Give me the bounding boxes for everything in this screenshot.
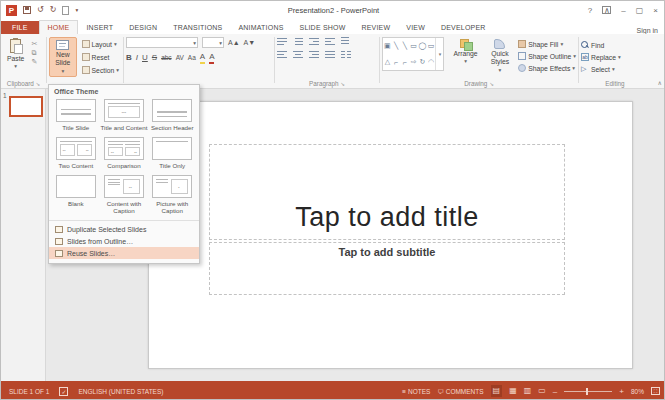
slide-canvas[interactable]: Tap to add title Tap to add subtitle xyxy=(148,101,633,369)
highlight-color-button[interactable]: A xyxy=(200,52,205,64)
shape-arc-icon[interactable]: ◠ xyxy=(428,58,434,66)
drawing-dialog-launcher[interactable]: ↘ xyxy=(489,81,494,87)
tab-transitions[interactable]: TRANSITIONS xyxy=(165,21,230,34)
new-document-icon[interactable] xyxy=(62,6,69,15)
cut-icon[interactable]: ✂ xyxy=(31,40,37,47)
paragraph-dialog-launcher[interactable]: ↘ xyxy=(340,81,345,87)
slide-thumbnail[interactable] xyxy=(9,96,43,117)
bold-button[interactable]: B xyxy=(126,53,132,63)
reading-view-icon[interactable]: ▥ xyxy=(524,386,532,396)
zoom-out-icon[interactable]: – xyxy=(553,387,557,396)
layout-button[interactable]: Layout▾ xyxy=(80,39,121,49)
shape-curve-icon[interactable]: ⌐ xyxy=(403,59,407,66)
tab-design[interactable]: DESIGN xyxy=(121,21,165,34)
shape-arrow-icon[interactable]: ╲ xyxy=(403,42,407,50)
tab-insert[interactable]: INSERT xyxy=(78,21,121,34)
slide-show-icon[interactable]: ▭ xyxy=(538,386,546,396)
layout-title-and-content[interactable]: ▪▪▪ Title and Content xyxy=(100,97,149,135)
layout-content-with-caption[interactable]: ▪▪ Content with Caption xyxy=(100,173,149,219)
normal-view-icon[interactable]: ▤ xyxy=(491,385,503,397)
shape-gallery[interactable]: ▣ ╲ ╲ ▭ ◯ ▭ △ ⌐ ⌐ ⇨ ↻ ◠ ▾ xyxy=(382,37,444,71)
shape-textbox-icon[interactable]: ▣ xyxy=(384,42,391,50)
tab-home[interactable]: HOME xyxy=(39,20,79,34)
align-left-icon[interactable] xyxy=(277,50,287,58)
sign-in-link[interactable]: Sign in xyxy=(637,27,665,34)
tab-slide-show[interactable]: SLIDE SHOW xyxy=(292,21,354,34)
quick-styles-button[interactable]: Quick Styles ▾ xyxy=(487,37,514,75)
font-size-combo[interactable]: ▾ xyxy=(202,37,224,48)
menu-item-reuse-slides[interactable]: Reuse Slides… xyxy=(49,247,199,259)
change-case-button[interactable]: Aa xyxy=(188,53,196,63)
collapse-ribbon-icon[interactable]: ∧ xyxy=(658,79,662,86)
columns-icon[interactable] xyxy=(341,50,351,58)
layout-picture-with-caption[interactable]: ▪ Picture with Caption xyxy=(148,173,196,219)
restore-icon[interactable]: ▢ xyxy=(636,6,644,15)
zoom-in-icon[interactable]: + xyxy=(619,387,624,396)
shape-line-icon[interactable]: ╲ xyxy=(394,42,398,50)
bullets-icon[interactable] xyxy=(277,37,287,45)
strikethrough-button[interactable]: S xyxy=(152,53,157,63)
help-icon[interactable]: ? xyxy=(588,6,592,15)
layout-two-content[interactable]: ▪▪▪▪ Two Content xyxy=(52,135,100,173)
tab-view[interactable]: VIEW xyxy=(398,21,433,34)
shape-rounded-rectangle-icon[interactable]: ▭ xyxy=(428,42,435,50)
increase-indent-icon[interactable] xyxy=(325,37,335,45)
redo-icon[interactable]: ↻ xyxy=(50,5,57,15)
shape-rectangle-icon[interactable]: ▭ xyxy=(410,42,417,50)
customize-qat-icon[interactable]: ▾ xyxy=(75,5,78,15)
layout-title-only[interactable]: Title Only xyxy=(148,135,196,173)
tab-developer[interactable]: DEVELOPER xyxy=(433,21,494,34)
grow-font-icon[interactable]: A▲ xyxy=(228,38,240,48)
slide-sorter-view-icon[interactable]: ▦ xyxy=(509,386,517,396)
tab-file[interactable]: FILE xyxy=(1,21,39,34)
align-center-icon[interactable] xyxy=(293,50,303,58)
tab-animations[interactable]: ANIMATIONS xyxy=(230,21,291,34)
shape-gallery-more-icon[interactable]: ▾ xyxy=(435,38,443,70)
italic-button[interactable]: I xyxy=(136,53,138,63)
layout-section-header[interactable]: Section Header xyxy=(148,97,196,135)
character-spacing-button[interactable]: AV xyxy=(176,53,184,63)
numbering-icon[interactable] xyxy=(293,37,303,45)
zoom-percentage[interactable]: 80% xyxy=(631,388,644,395)
menu-item-duplicate-selected-slides[interactable]: Duplicate Selected Slides xyxy=(49,223,199,235)
line-spacing-icon[interactable] xyxy=(341,37,351,45)
ribbon-display-options-icon[interactable]: ∧ xyxy=(602,6,611,14)
layout-blank[interactable]: Blank xyxy=(52,173,100,219)
comments-button[interactable]: 🗩 COMMENTS xyxy=(437,388,483,395)
minimize-icon[interactable]: – xyxy=(621,6,625,15)
font-color-button[interactable]: A xyxy=(209,52,214,64)
justify-icon[interactable] xyxy=(325,50,335,58)
close-icon[interactable]: × xyxy=(653,6,658,15)
fit-slide-to-window-icon[interactable]: ⛶ xyxy=(651,387,660,395)
find-button[interactable]: Find xyxy=(581,40,649,50)
text-shadow-button[interactable]: abc xyxy=(161,53,171,63)
align-right-icon[interactable] xyxy=(309,50,319,58)
shrink-font-icon[interactable]: A▼ xyxy=(244,38,256,48)
layout-comparison[interactable]: ▪▪▪▪ Comparison xyxy=(100,135,149,173)
tab-review[interactable]: REVIEW xyxy=(353,21,398,34)
section-button[interactable]: Section▾ xyxy=(80,65,121,75)
zoom-slider-thumb[interactable] xyxy=(586,388,588,395)
reset-button[interactable]: Reset xyxy=(80,52,121,62)
save-icon[interactable] xyxy=(23,6,31,14)
paste-button[interactable]: Paste ▾ xyxy=(3,37,28,71)
decrease-indent-icon[interactable] xyxy=(309,37,319,45)
shape-elbow-connector-icon[interactable]: ⌐ xyxy=(394,59,398,66)
select-button[interactable]: ▷Select▾ xyxy=(581,64,649,74)
title-placeholder[interactable]: Tap to add title xyxy=(209,144,565,240)
font-name-combo[interactable]: ▾ xyxy=(126,37,198,48)
spell-check-icon[interactable]: ✓ xyxy=(59,387,68,396)
notes-button[interactable]: ≡ NOTES xyxy=(402,388,430,395)
shape-outline-button[interactable]: Shape Outline▾ xyxy=(518,51,576,61)
undo-icon[interactable]: ↺ xyxy=(37,5,44,15)
replace-button[interactable]: abReplace▾ xyxy=(581,52,649,62)
menu-item-slides-from-outline[interactable]: Slides from Outline… xyxy=(49,235,199,247)
language-indicator[interactable]: ENGLISH (UNITED STATES) xyxy=(78,388,163,395)
subtitle-placeholder[interactable]: Tap to add subtitle xyxy=(209,242,565,295)
zoom-slider[interactable] xyxy=(564,391,612,392)
shape-circular-arrow-icon[interactable]: ↻ xyxy=(419,58,425,66)
shape-oval-icon[interactable]: ◯ xyxy=(418,42,426,50)
shape-block-arrow-icon[interactable]: ⇨ xyxy=(411,58,417,66)
arrange-button[interactable]: Arrange ▾ xyxy=(449,37,481,75)
copy-icon[interactable]: ⧉ xyxy=(31,49,37,56)
